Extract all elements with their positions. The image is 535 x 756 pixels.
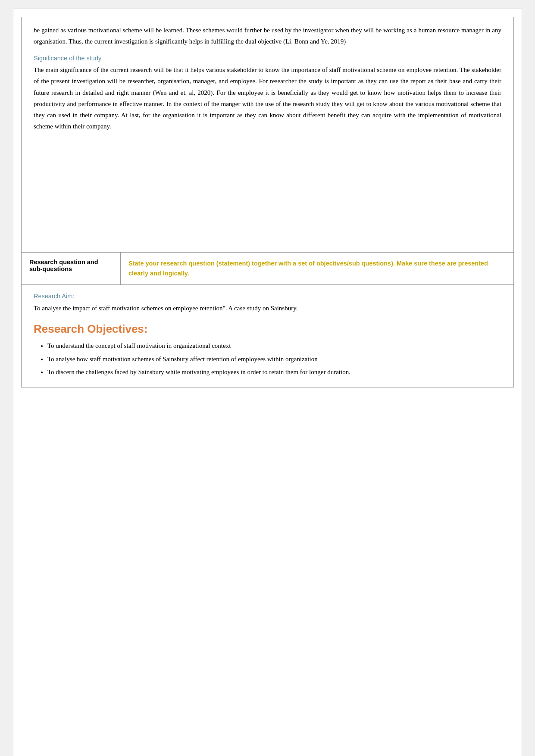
intro-paragraph: be gained as various motivational scheme… (34, 25, 501, 47)
research-aim-text: To analyse the impact of staff motivatio… (34, 303, 501, 314)
research-aim-heading: Research Aim: (34, 293, 501, 300)
table-right-cell: State your research question (statement)… (121, 253, 513, 284)
table-left-label: Research question and sub-questions (29, 259, 98, 272)
research-objectives-heading: Research Objectives: (34, 322, 501, 336)
table-right-text: State your research question (statement)… (128, 260, 488, 277)
list-item: To analyse how staff motivation schemes … (47, 353, 501, 365)
spacer (34, 132, 501, 244)
research-objectives-list: To understand the concept of staff motiv… (34, 340, 501, 378)
significance-heading: Significance of the study (34, 55, 501, 62)
top-section: be gained as various motivational scheme… (22, 17, 513, 252)
outer-border: be gained as various motivational scheme… (21, 17, 514, 387)
list-item: To understand the concept of staff motiv… (47, 340, 501, 351)
list-item: To discern the challenges faced by Sains… (47, 366, 501, 378)
table-left-cell: Research question and sub-questions (22, 253, 121, 284)
research-question-table: Research question and sub-questions Stat… (22, 252, 513, 285)
bottom-section: Research Aim: To analyse the impact of s… (22, 285, 513, 387)
significance-body: The main significance of the current res… (34, 64, 501, 132)
page: be gained as various motivational scheme… (13, 9, 522, 756)
